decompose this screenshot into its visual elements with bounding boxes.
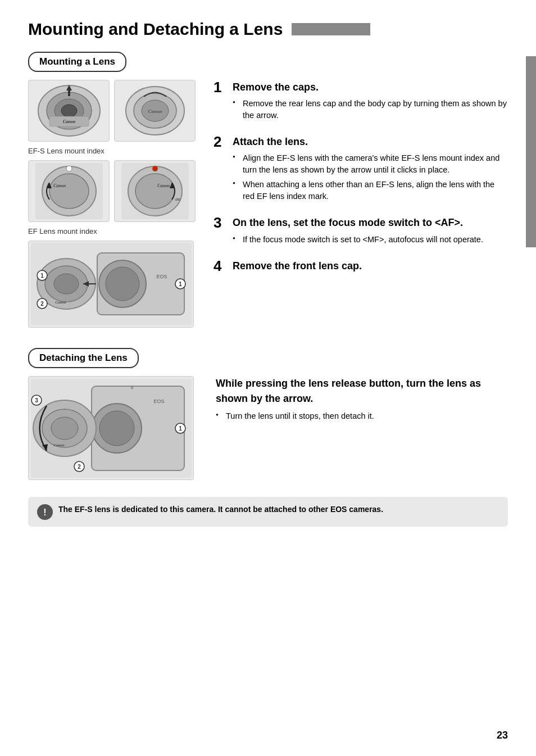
step-2-body: Attach the lens. Align the EF-S lens wit… — [233, 134, 508, 205]
step-1-title: Remove the caps. — [233, 80, 508, 94]
svg-point-45 — [99, 411, 134, 446]
svg-text:1: 1 — [179, 425, 182, 432]
svg-text:Canon: Canon — [53, 183, 66, 188]
detaching-section-header: Detaching the Lens — [28, 348, 139, 369]
lens-back-image: Canon — [114, 80, 196, 142]
detaching-lens-image: EOS Canon 3 2 — [28, 376, 194, 480]
svg-text:Canon: Canon — [157, 183, 170, 188]
svg-point-3 — [61, 105, 77, 117]
step-2-number: 2 — [214, 134, 228, 149]
svg-text:Canon: Canon — [55, 300, 66, 305]
svg-rect-7 — [68, 90, 70, 96]
svg-text:EOS: EOS — [156, 274, 167, 279]
mounting-steps-col: 1 Remove the caps. Remove the rear lens … — [214, 80, 508, 332]
lens-mount-ef-image: Canon ute — [114, 160, 196, 222]
svg-text:d: d — [130, 385, 133, 390]
mounting-section-header: Mounting a Lens — [28, 52, 126, 73]
note-text: The EF-S lens is dedicated to this camer… — [58, 504, 383, 515]
step-4-title: Remove the front lens cap. — [233, 259, 362, 273]
detaching-title: While pressing the lens release button, … — [216, 376, 508, 405]
svg-point-48 — [51, 417, 78, 440]
mounting-steps: 1 Remove the caps. Remove the rear lens … — [214, 80, 508, 276]
step-2-title: Attach the lens. — [233, 134, 508, 149]
step-2-bullet-1: Align the EF-S lens with the camera's wh… — [233, 152, 508, 176]
step-2: 2 Attach the lens. Align the EF-S lens w… — [214, 134, 508, 205]
lens-mount-images: Canon Canon — [28, 160, 202, 222]
svg-text:2: 2 — [40, 301, 44, 307]
step-3-bullet-1: If the focus mode switch is set to <MF>,… — [233, 234, 483, 246]
right-accent-bar — [526, 56, 536, 247]
step-2-bullet-2: When attaching a lens other than an EF-S… — [233, 179, 508, 202]
svg-text:Canon: Canon — [148, 108, 162, 114]
note-icon: ! — [37, 504, 53, 520]
ef-s-caption: EF-S Lens mount index — [28, 146, 202, 157]
page-title: Mounting and Detaching a Lens — [28, 17, 508, 42]
note-box: ! The EF-S lens is dedicated to this cam… — [28, 497, 508, 527]
detaching-content: EOS Canon 3 2 — [28, 376, 508, 480]
step-3-bullets: If the focus mode switch is set to <MF>,… — [233, 234, 483, 246]
step-1-body: Remove the caps. Remove the rear lens ca… — [233, 80, 508, 124]
step-1-bullet-1: Remove the rear lens cap and the body ca… — [233, 98, 508, 121]
mounting-content: Canon Canon — [28, 80, 508, 332]
svg-point-20 — [135, 174, 175, 209]
svg-text:EOS: EOS — [153, 399, 164, 404]
detaching-section: Detaching the Lens EOS Canon — [28, 348, 508, 481]
page-title-text: Mounting and Detaching a Lens — [28, 17, 283, 42]
lens-front-image: Canon — [28, 80, 110, 142]
svg-text:Canon: Canon — [53, 443, 65, 447]
detaching-image-col: EOS Canon 3 2 — [28, 376, 202, 480]
svg-text:ute: ute — [175, 197, 180, 201]
ef-caption: EF Lens mount index — [28, 227, 202, 237]
page-number: 23 — [497, 728, 508, 743]
detaching-bullet-1: Turn the lens until it stops, then detac… — [216, 410, 508, 422]
svg-point-16 — [66, 166, 72, 171]
svg-point-32 — [54, 274, 79, 294]
step-4-body: Remove the front lens cap. — [233, 259, 362, 277]
step-4: 4 Remove the front lens cap. — [214, 259, 508, 277]
step-3-title: On the lens, set the focus mode switch t… — [233, 215, 483, 230]
svg-point-28 — [106, 267, 139, 301]
step-2-bullets: Align the EF-S lens with the camera's wh… — [233, 152, 508, 202]
step-3-body: On the lens, set the focus mode switch t… — [233, 215, 483, 248]
step-3-number: 3 — [214, 215, 228, 230]
step-3: 3 On the lens, set the focus mode switch… — [214, 215, 508, 248]
note-icon-text: ! — [43, 506, 46, 519]
svg-text:3: 3 — [35, 397, 38, 404]
mounting-images-col: Canon Canon — [28, 80, 202, 332]
svg-text:1: 1 — [179, 281, 182, 287]
lens-mount-efs-image: Canon — [28, 160, 110, 222]
mounting-section: Mounting a Lens Canon — [28, 52, 508, 332]
lens-top-images: Canon Canon — [28, 80, 202, 142]
step-1-number: 1 — [214, 80, 228, 94]
detaching-instructions: While pressing the lens release button, … — [216, 376, 508, 424]
svg-text:2: 2 — [78, 464, 81, 470]
svg-point-14 — [49, 174, 89, 209]
step-4-number: 4 — [214, 259, 228, 273]
svg-point-22 — [152, 166, 158, 171]
step-1-bullets: Remove the rear lens cap and the body ca… — [233, 98, 508, 121]
svg-text:1: 1 — [40, 273, 44, 279]
camera-lens-attach-image: EOS Canon 1 2 1 — [28, 241, 194, 328]
detaching-bullets: Turn the lens until it stops, then detac… — [216, 410, 508, 422]
title-decoration-bar — [292, 23, 370, 35]
step-1: 1 Remove the caps. Remove the rear lens … — [214, 80, 508, 124]
svg-text:Canon: Canon — [62, 119, 75, 124]
